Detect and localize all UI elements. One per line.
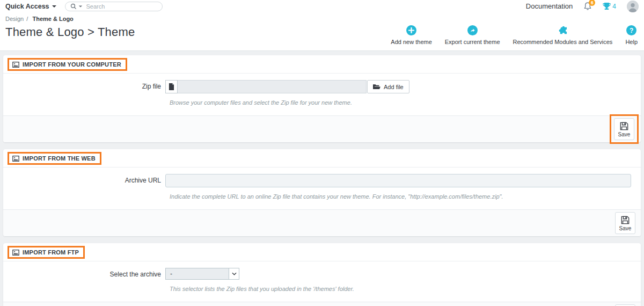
search-icon	[70, 3, 77, 10]
content-area: IMPORT FROM YOUR COMPUTER Zip file	[0, 51, 644, 306]
add-new-theme-button[interactable]: Add new theme	[391, 25, 431, 45]
top-bar: Quick Access Documentation 6 4	[0, 0, 644, 12]
zip-file-label: Zip file	[3, 80, 165, 93]
save-button-web[interactable]: Save	[615, 212, 635, 234]
panel-import-web: IMPORT FROM THE WEB Archive URL Indicate…	[3, 149, 641, 236]
save-highlight-box: Save	[610, 114, 639, 144]
help-label: Help	[625, 39, 638, 45]
archive-url-input[interactable]	[165, 174, 631, 187]
notification-badge: 6	[589, 0, 595, 6]
panel-title-import-web: IMPORT FROM THE WEB	[8, 152, 101, 165]
add-file-button[interactable]: Add file	[367, 80, 409, 93]
trophy-count: 4	[612, 3, 616, 10]
image-icon	[12, 156, 19, 162]
file-icon	[165, 80, 178, 93]
archive-url-label: Archive URL	[3, 174, 165, 187]
export-current-theme-button[interactable]: Export current theme	[445, 25, 500, 45]
user-icon	[627, 1, 639, 12]
folder-open-icon	[373, 84, 380, 90]
help-icon: ?	[626, 25, 636, 35]
zip-file-group: Add file	[165, 80, 409, 93]
quick-access-menu[interactable]: Quick Access	[5, 3, 56, 10]
breadcrumb-separator: /	[26, 16, 28, 22]
page-title: Theme & Logo > Theme	[5, 25, 135, 39]
plus-circle-icon	[406, 25, 416, 35]
avatar[interactable]	[627, 1, 639, 12]
header-actions: Add new theme Export current theme Recom…	[391, 23, 639, 45]
panel-import-ftp: IMPORT FROM FTP Select the archive - Thi…	[3, 243, 641, 306]
panel-import-computer: IMPORT FROM YOUR COMPUTER Zip file	[3, 55, 641, 142]
add-new-theme-label: Add new theme	[391, 39, 431, 45]
image-icon	[12, 250, 19, 256]
archive-select[interactable]: -	[165, 268, 239, 280]
panel-title-import-computer: IMPORT FROM YOUR COMPUTER	[8, 58, 127, 71]
notifications-bell[interactable]: 6	[583, 2, 592, 11]
save-icon	[621, 216, 630, 224]
zip-file-help: Browse your computer files and select th…	[170, 99, 641, 106]
recommended-modules-button[interactable]: Recommended Modules and Services	[513, 25, 613, 45]
breadcrumb-current: Theme & Logo	[32, 16, 73, 22]
quick-access-label: Quick Access	[5, 3, 49, 10]
panel-title-import-ftp: IMPORT FROM FTP	[8, 246, 85, 259]
save-button-computer[interactable]: Save	[614, 118, 634, 140]
zip-file-input[interactable]	[178, 80, 367, 93]
select-archive-help: This selector lists the Zip files that y…	[170, 286, 641, 292]
search-bar[interactable]	[65, 2, 163, 11]
documentation-link[interactable]: Documentation	[526, 2, 573, 10]
archive-url-help: Indicate the complete URL to an online Z…	[170, 193, 641, 200]
recommended-modules-label: Recommended Modules and Services	[513, 39, 613, 45]
select-archive-label: Select the archive	[3, 268, 165, 280]
breadcrumb-section[interactable]: Design	[5, 16, 24, 22]
export-current-theme-label: Export current theme	[445, 39, 500, 45]
puzzle-icon	[558, 25, 568, 35]
achievements[interactable]: 4	[603, 2, 616, 10]
chevron-down-icon	[52, 5, 56, 8]
search-input[interactable]	[86, 3, 163, 10]
export-icon	[467, 25, 478, 35]
topbar-right: Documentation 6 4	[526, 1, 639, 12]
breadcrumb: Design / Theme & Logo	[5, 13, 639, 23]
search-scope-chevron-icon[interactable]	[78, 5, 82, 7]
archive-select-value: -	[166, 268, 229, 279]
chevron-down-icon	[229, 268, 239, 279]
help-button[interactable]: ? Help	[625, 25, 638, 45]
save-icon	[620, 122, 628, 130]
image-icon	[12, 62, 19, 68]
trophy-icon	[603, 2, 611, 10]
page-header: Design / Theme & Logo Theme & Logo > The…	[0, 12, 644, 51]
